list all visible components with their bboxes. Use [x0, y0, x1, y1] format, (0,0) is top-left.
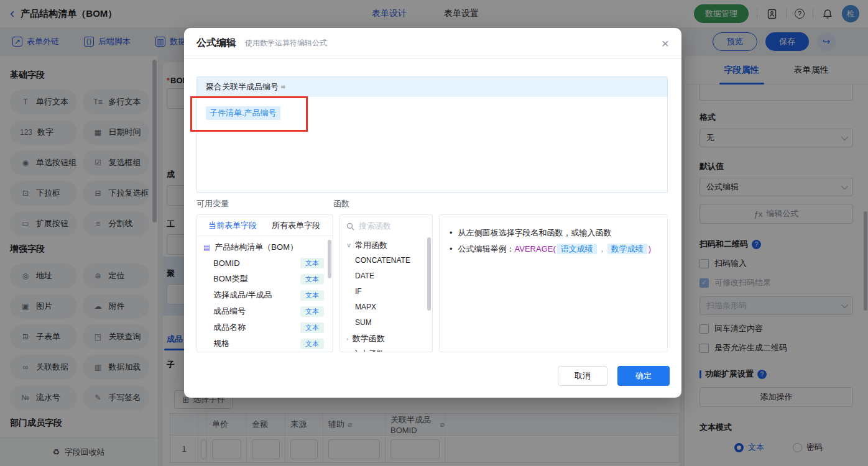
variable-name: BOM类型 — [213, 273, 248, 285]
help-line-1: • 从左侧面板选择字段名和函数，或输入函数 — [450, 226, 657, 239]
variables-panel: 当前表单字段 所有表单字段 ▤ 产品结构清单（BOM） BOMID 文本 BOM… — [196, 214, 333, 352]
confirm-button[interactable]: 确定 — [617, 366, 670, 386]
function-group[interactable]: › 数学函数 — [340, 331, 432, 346]
function-search[interactable]: 搜索函数 — [340, 215, 432, 237]
functions-label: 函数 — [333, 198, 349, 209]
form-doc-icon: ▤ — [203, 243, 210, 252]
tab-current-form-fields[interactable]: 当前表单字段 — [208, 220, 257, 231]
variable-type-badge: 文本 — [300, 339, 324, 349]
chevron-collapsed-icon: › — [346, 335, 349, 342]
modal-subtitle: 使用数学运算符编辑公式 — [245, 38, 327, 48]
formula-edit-modal: 公式编辑 使用数学运算符编辑公式 × 聚合关联半成品编号 = 子件清单.产品编号… — [184, 28, 681, 398]
variable-item[interactable]: 成品名称 文本 — [197, 319, 333, 336]
variable-type-badge: 文本 — [300, 306, 324, 317]
variable-name: 规格 — [213, 338, 229, 349]
search-placeholder: 搜索函数 — [359, 221, 391, 232]
example-function-name: AVERAGE( — [515, 244, 556, 254]
help-line-2: • 公式编辑举例：AVERAGE(语文成绩，数学成绩) — [450, 242, 657, 255]
search-icon — [346, 222, 354, 231]
variable-name: BOMID — [213, 258, 240, 268]
variable-type-badge: 文本 — [300, 290, 324, 301]
modal-header: 公式编辑 使用数学运算符编辑公式 × — [184, 28, 681, 59]
variable-item[interactable]: 成品编号 文本 — [197, 303, 333, 319]
example-field-chip: 语文成绩 — [557, 244, 597, 254]
function-groups: › 数学函数 › 文本函数 — [340, 331, 432, 352]
variable-name: 选择成品/半成品 — [213, 290, 272, 301]
cancel-button[interactable]: 取消 — [558, 366, 607, 386]
variables-list: BOMID 文本 BOM类型 文本 选择成品/半成品 文本 成品编号 文本 — [197, 255, 333, 352]
annotation-highlight-box — [190, 96, 308, 132]
example-field-chip: 数学成绩 — [607, 244, 647, 254]
function-group[interactable]: › 文本函数 — [340, 346, 432, 352]
function-item[interactable]: MAPX — [340, 299, 432, 315]
functions-scrollbar[interactable] — [427, 237, 431, 311]
tab-all-form-fields[interactable]: 所有表单字段 — [272, 220, 320, 231]
variable-type-badge: 文本 — [300, 274, 324, 285]
close-icon[interactable]: × — [662, 37, 669, 50]
modal-title: 公式编辑 — [196, 37, 236, 50]
function-item[interactable]: IF — [340, 284, 432, 299]
variable-item[interactable]: 规格 文本 — [197, 336, 333, 352]
variables-label: 可用变量 — [196, 198, 229, 209]
chevron-expanded-icon: ∨ — [346, 241, 351, 249]
variable-type-badge: 文本 — [300, 258, 324, 268]
formula-target: 聚合关联半成品编号 = — [197, 77, 667, 97]
variables-tabs: 当前表单字段 所有表单字段 — [197, 215, 333, 236]
variable-item[interactable]: 选择成品/半成品 文本 — [197, 287, 333, 303]
function-item[interactable]: CONCATENATE — [340, 253, 432, 268]
variable-type-badge: 文本 — [300, 322, 324, 333]
function-group-common[interactable]: ∨ 常用函数 — [340, 237, 432, 253]
function-item[interactable]: DATE — [340, 268, 432, 284]
bullet-icon: • — [450, 242, 453, 255]
bullet-icon: • — [450, 226, 453, 239]
variable-name: 成品编号 — [213, 306, 246, 317]
chevron-collapsed-icon: › — [346, 350, 349, 353]
variable-item[interactable]: BOMID 文本 — [197, 255, 333, 271]
variables-tree-root[interactable]: ▤ 产品结构清单（BOM） — [197, 236, 333, 255]
functions-panel: 搜索函数 ∨ 常用函数 CONCATENATE DATE IF MAPX SUM… — [339, 214, 433, 352]
formula-help-panel: • 从左侧面板选择字段名和函数，或输入函数 • 公式编辑举例：AVERAGE(语… — [439, 214, 668, 352]
function-item[interactable]: SUM — [340, 315, 432, 331]
variable-name: 成品名称 — [213, 322, 246, 333]
variable-item[interactable]: BOM类型 文本 — [197, 271, 333, 287]
function-items: CONCATENATE DATE IF MAPX SUM — [340, 253, 432, 331]
variables-scrollbar[interactable] — [328, 240, 331, 278]
formula-editor[interactable]: 聚合关联半成品编号 = 子件清单.产品编号 — [196, 76, 668, 193]
